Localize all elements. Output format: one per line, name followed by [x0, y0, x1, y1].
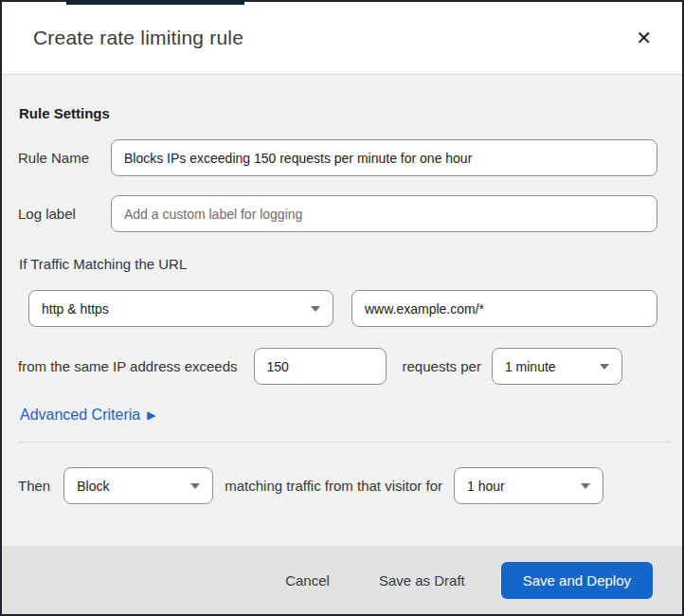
close-icon[interactable]: ✕ — [630, 25, 657, 51]
chevron-down-icon — [311, 306, 320, 312]
threshold-row: from the same IP address exceeds request… — [18, 348, 657, 385]
action-select[interactable]: Block — [63, 467, 213, 504]
action-select-value: Block — [77, 479, 109, 494]
scheme-select-value: http & https — [42, 301, 109, 317]
period-select-value: 1 minute — [505, 359, 556, 374]
create-rate-limiting-rule-dialog: Create rate limiting rule ✕ Rule Setting… — [0, 0, 684, 616]
action-middle-text: matching traffic from that visitor for — [225, 478, 442, 494]
cancel-button[interactable]: Cancel — [272, 565, 343, 596]
advanced-criteria-label: Advanced Criteria — [20, 407, 140, 424]
dialog-footer: Cancel Save as Draft Save and Deploy — [2, 546, 682, 614]
dialog-body: Rule Settings Rule Name Log label If Tra… — [2, 75, 682, 546]
log-label-input[interactable] — [111, 195, 657, 232]
then-label: Then — [18, 478, 50, 494]
log-label-row: Log label — [18, 195, 657, 232]
threshold-input[interactable] — [254, 348, 387, 385]
top-accent-strip — [66, 2, 244, 5]
dialog-title: Create rate limiting rule — [33, 27, 630, 49]
duration-select-value: 1 hour — [467, 479, 505, 494]
scheme-select[interactable]: http & https — [28, 290, 333, 327]
url-input[interactable] — [351, 290, 657, 327]
chevron-down-icon — [600, 364, 609, 370]
rule-name-row: Rule Name — [18, 139, 657, 176]
rule-name-input[interactable] — [111, 139, 657, 176]
chevron-down-icon — [581, 483, 590, 489]
rule-settings-heading: Rule Settings — [19, 105, 657, 121]
chevron-down-icon — [190, 483, 200, 489]
threshold-prefix-text: from the same IP address exceeds — [18, 358, 238, 374]
rule-name-label: Rule Name — [18, 150, 111, 166]
duration-select[interactable]: 1 hour — [454, 467, 603, 504]
save-as-draft-button[interactable]: Save as Draft — [366, 565, 478, 596]
section-divider — [18, 442, 670, 443]
advanced-criteria-link[interactable]: Advanced Criteria ▶ — [20, 407, 155, 424]
save-and-deploy-button[interactable]: Save and Deploy — [501, 562, 653, 599]
chevron-right-icon: ▶ — [147, 409, 155, 421]
traffic-match-row: http & https — [28, 290, 657, 327]
period-select[interactable]: 1 minute — [492, 348, 622, 385]
traffic-match-intro: If Traffic Matching the URL — [19, 256, 657, 272]
threshold-suffix-text: requests per — [403, 358, 481, 374]
dialog-header: Create rate limiting rule ✕ — [2, 2, 682, 75]
log-label-label: Log label — [18, 206, 111, 222]
action-row: Then Block matching traffic from that vi… — [18, 467, 657, 504]
